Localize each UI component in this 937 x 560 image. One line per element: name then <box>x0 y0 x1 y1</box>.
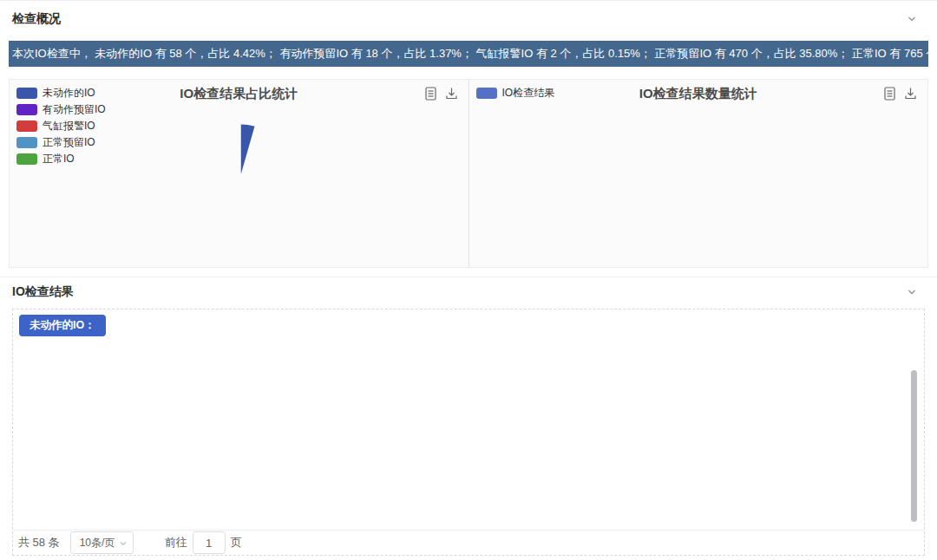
charts-container: IO检查结果占比统计 未动作的IO有动作预留IO气缸报警IO正常预留IO正常IO… <box>9 79 928 268</box>
page-size-value: 10条/页 <box>80 536 115 550</box>
inactive-io-filter-button[interactable]: 未动作的IO： <box>19 315 106 336</box>
results-container: 未动作的IO： 共 58 条 10条/页 前往 页 <box>12 309 925 556</box>
goto-suffix: 页 <box>231 535 242 550</box>
bar-chart <box>469 80 928 267</box>
pagination-bar: 共 58 条 10条/页 前往 页 <box>13 530 924 555</box>
table-scrollbar-thumb[interactable] <box>911 370 917 522</box>
overview-section-title[interactable]: 检查概况 <box>12 11 61 27</box>
chevron-down-icon[interactable] <box>906 286 918 298</box>
section-divider <box>0 277 937 277</box>
chevron-down-icon <box>119 539 128 548</box>
results-section-title[interactable]: IO检查结果 <box>12 284 74 300</box>
io-inspection-page: 检查概况 本次IO检查中， 未动作的IO 有 58 个，占比 4.42%； 有动… <box>0 0 937 560</box>
chevron-down-icon[interactable] <box>906 13 918 25</box>
pie-slice-0 <box>241 125 255 174</box>
pie-chart-panel: IO检查结果占比统计 未动作的IO有动作预留IO气缸报警IO正常预留IO正常IO <box>10 80 469 267</box>
pagination-total: 共 58 条 <box>18 535 60 550</box>
summary-banner: 本次IO检查中， 未动作的IO 有 58 个，占比 4.42%； 有动作预留IO… <box>9 41 928 67</box>
goto-page-input[interactable] <box>193 531 226 554</box>
pie-chart <box>10 80 468 267</box>
page-size-select[interactable]: 10条/页 <box>70 531 134 554</box>
goto-label: 前往 <box>165 535 187 550</box>
goto-page: 前往 页 <box>165 531 242 554</box>
bar-chart-panel: IO检查结果数量统计 IO检查结果 <box>469 80 928 267</box>
